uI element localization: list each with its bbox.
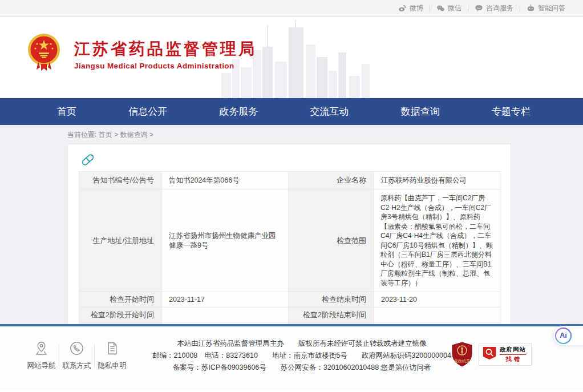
- party-gov-shield-badge[interactable]: 党政机关: [451, 342, 473, 367]
- nav-item-interaction[interactable]: 交流互动: [310, 105, 349, 118]
- smart-qa-icon: [527, 4, 535, 13]
- smart-qa-link[interactable]: 智能问答: [520, 3, 572, 13]
- contact-label: 联系方式: [60, 361, 93, 371]
- site-header: 江苏省药品监督管理局 Jiangsu Medical Products Admi…: [0, 17, 583, 98]
- field-value-end-date: 2023-11-20: [374, 292, 500, 308]
- error-badge-text: 政府网站 找错: [500, 346, 526, 363]
- field-label-notice-number: 告知书编号/公告号: [79, 172, 162, 189]
- breadcrumb-separator: >: [114, 131, 118, 139]
- party-badge-text: 党政机关: [454, 358, 470, 363]
- wechat-icon: [436, 4, 445, 13]
- nav-item-special-topics[interactable]: 专题专栏: [492, 105, 531, 118]
- wechat-label: 微信: [448, 3, 461, 13]
- footer-badges: 党政机关 政府网站 找错: [451, 342, 532, 367]
- magnifier-flag-icon: [483, 346, 496, 362]
- field-value-phase2-start: [162, 308, 289, 323]
- breadcrumb-prefix: 当前位置:: [67, 131, 96, 139]
- table-row: 检查开始时间 2023-11-17 检查结束时间 2023-11-20: [79, 292, 500, 308]
- table-row: 检查2阶段开始时间 检查2阶段结束时间: [79, 308, 500, 323]
- field-label-inspection-scope: 检查范围: [289, 189, 374, 292]
- field-label-phase2-start: 检查2阶段开始时间: [79, 308, 162, 323]
- agency-logo-group: 江苏省药品监督管理局 Jiangsu Medical Products Admi…: [25, 32, 257, 76]
- field-label-start-date: 检查开始时间: [79, 292, 162, 308]
- footer-legal-text: 本站由江苏省药品监督管理局主办 版权所有未经许可禁止转载或者建立镜像 邮编：21…: [146, 338, 458, 374]
- field-value-notice-number: 告知书2024年第066号: [162, 172, 289, 189]
- footer-line-host: 本站由江苏省药品监督管理局主办 版权所有未经许可禁止转载或者建立镜像: [146, 338, 458, 350]
- pill-capsule-icon: [80, 152, 96, 168]
- divider: [59, 343, 59, 369]
- field-value-company-name: 江苏联环药业股份有限公司: [374, 172, 500, 189]
- nav-item-data-query[interactable]: 数据查询: [401, 105, 440, 118]
- field-label-end-date: 检查结束时间: [289, 292, 374, 308]
- smart-qa-label: 智能问答: [538, 3, 565, 13]
- divider: [94, 343, 95, 369]
- footer-line-icp: 备案号：苏ICP备09039606号 苏公网安备：32010602010488 …: [146, 362, 458, 374]
- contact-link[interactable]: 联系方式: [60, 341, 93, 371]
- privacy-link[interactable]: 隐私申明: [96, 341, 128, 371]
- phone-icon: [69, 348, 84, 358]
- table-row: 生产地址/注册地址 江苏省扬州市扬州生物健康产业园健康一路9号 检查范围 原料药…: [79, 189, 500, 292]
- breadcrumb-current-link[interactable]: 数据查询: [120, 131, 147, 139]
- error-badge-bottom-text: 找错: [504, 355, 523, 363]
- field-label-company-name: 企业名称: [289, 172, 374, 189]
- breadcrumb-home-link[interactable]: 首页: [99, 131, 112, 139]
- error-badge-top-text: 政府网站: [500, 346, 526, 355]
- nav-item-gov-services[interactable]: 政务服务: [219, 105, 258, 118]
- agency-subtitle: Jiangsu Medical Products Administration: [74, 62, 257, 70]
- content-area: 当前位置: 首页 > 数据查询 > 告知书编号/公告号 告知书2024年第066…: [0, 125, 583, 324]
- gov-site-error-report-badge[interactable]: 政府网站 找错: [479, 343, 532, 366]
- consult-label: 咨询服务: [486, 3, 513, 13]
- top-utility-bar: 微博 微信 咨询服务 智能问答: [0, 0, 583, 17]
- document-icon: [104, 348, 120, 358]
- breadcrumb-trailing-separator: >: [149, 131, 153, 139]
- table-row: 告知书编号/公告号 告知书2024年第066号 企业名称 江苏联环药业股份有限公…: [79, 172, 500, 189]
- field-label-address: 生产地址/注册地址: [79, 189, 162, 292]
- national-emblem-logo: [25, 32, 63, 76]
- map-pin-icon: [34, 348, 49, 358]
- field-value-inspection-scope: 原料药【曲克芦丁，一车间C2厂房C2-H2生产线（合成），一车间C2厂房3号精烘…: [374, 189, 500, 292]
- weibo-label: 微博: [410, 3, 423, 13]
- site-map-link[interactable]: 网站导航: [25, 341, 58, 371]
- field-label-phase2-end: 检查2阶段结束时间: [289, 308, 374, 323]
- privacy-label: 隐私申明: [96, 361, 128, 371]
- site-map-label: 网站导航: [25, 361, 58, 371]
- breadcrumb: 当前位置: 首页 > 数据查询 >: [0, 125, 583, 144]
- footer-quick-links: 网站导航 联系方式 隐私申明: [25, 341, 128, 371]
- site-footer: Ai 网站导航 联系方式 隐私申明 本站由江苏省药品监督管理局主办 版权所有未经…: [0, 324, 583, 390]
- primary-nav: 首页 信息公开 政务服务 交流互动 数据查询 专题专栏: [0, 98, 583, 125]
- agency-title-block: 江苏省药品监督管理局 Jiangsu Medical Products Admi…: [74, 39, 257, 70]
- ai-icon: Ai: [555, 328, 572, 344]
- agency-title: 江苏省药品监督管理局: [74, 39, 257, 59]
- consult-icon: [475, 4, 483, 13]
- consult-service-link[interactable]: 咨询服务: [468, 3, 520, 13]
- wechat-link[interactable]: 微信: [430, 3, 468, 13]
- footer-line-contact: 邮编：210008 电话：83273610 地址：南京市鼓楼街5号 政府网站标识…: [146, 350, 458, 362]
- field-value-start-date: 2023-11-17: [162, 292, 289, 308]
- ai-assistant-button[interactable]: Ai: [553, 326, 583, 345]
- weibo-icon: [398, 4, 407, 13]
- field-value-address: 江苏省扬州市扬州生物健康产业园健康一路9号: [162, 189, 289, 292]
- weibo-link[interactable]: 微博: [392, 3, 430, 13]
- nav-item-home[interactable]: 首页: [57, 105, 76, 118]
- field-value-phase2-end: [374, 308, 500, 323]
- nav-item-info-disclosure[interactable]: 信息公开: [128, 105, 167, 118]
